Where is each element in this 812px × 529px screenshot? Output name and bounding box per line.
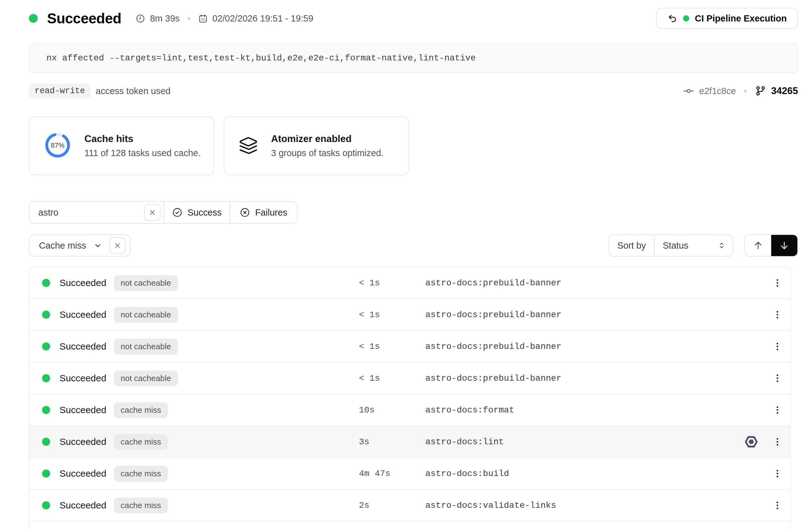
chevron-down-icon [93,241,102,250]
commit-sha[interactable]: e2f1c8ce [699,86,736,96]
sort-ascending-button[interactable] [745,235,771,256]
kebab-menu-button[interactable] [770,305,785,324]
check-circle-icon [172,207,183,218]
dot-separator [188,17,190,20]
cache-badge: cache miss [114,498,168,513]
commit-icon [683,85,694,97]
kebab-icon [773,469,782,478]
remove-filter-button[interactable] [110,237,126,254]
filter-success-button[interactable]: Success [164,202,229,223]
dot-separator [744,90,747,92]
task-name[interactable]: astro-docs:prebuild-banner [425,310,562,320]
task-duration: 4m 47s [359,469,390,479]
token-text: access token used [96,86,171,96]
eslint-icon [743,434,759,450]
kebab-icon [773,501,782,510]
task-row[interactable]: Succeeded cache miss 10s astro-docs:form… [30,394,790,426]
atomizer-card-subtitle: 3 groups of tasks optimized. [271,148,383,158]
token-scope-badge: read-write [29,84,91,98]
run-header: Succeeded 8m 39s 02/02/2026 19:51 - 19:5… [29,8,798,29]
task-status-dot [42,438,50,446]
task-row[interactable]: Succeeded cache miss 4m 47s astro-docs:b… [30,458,790,490]
task-list: Succeeded not cacheable < 1s astro-docs:… [29,267,791,529]
task-duration: < 1s [359,342,380,351]
kebab-icon [773,405,782,415]
token-row: read-write access token used e2f1c8ce 34… [29,84,798,99]
kebab-menu-button[interactable] [770,528,785,529]
task-status-dot [42,501,50,509]
chevrons-up-down-icon [717,241,726,250]
task-status-dot [42,342,50,351]
page-title: Succeeded [47,10,121,27]
chip-label: Cache miss [39,240,86,251]
kebab-menu-button[interactable] [770,369,785,387]
cache-card-text: Cache hits 111 of 128 tasks used cache. [84,133,201,158]
close-icon [149,209,156,216]
cache-hits-card[interactable]: 87% Cache hits 111 of 128 tasks used cac… [29,117,214,175]
kebab-icon [773,310,782,319]
kebab-icon [773,373,782,383]
kebab-menu-button[interactable] [770,464,785,483]
kebab-menu-button[interactable] [770,337,785,356]
pipeline-status-dot [683,15,689,21]
task-name[interactable]: astro-docs:lint [425,437,504,447]
task-row[interactable]: Succeeded cache miss 3s astro-docs:lint [30,426,790,458]
arrow-down-icon [779,240,789,251]
calendar-icon [198,14,208,24]
filter-failures-button[interactable]: Failures [230,202,297,223]
filter-group: Success Failures [29,201,298,224]
cache-card-title: Cache hits [84,133,201,145]
arrow-up-icon [753,240,764,251]
task-status: Succeeded [59,405,114,415]
task-name[interactable]: astro-docs:prebuild-banner [425,278,562,288]
task-status: Succeeded [59,278,114,288]
task-row[interactable]: Succeeded not cacheable < 1s astro-docs:… [30,331,790,363]
kebab-menu-button[interactable] [770,496,785,515]
cache-badge: not cacheable [114,275,178,291]
search-input[interactable] [38,207,144,218]
cache-badge: not cacheable [114,370,178,386]
task-name[interactable]: astro-docs:prebuild-banner [425,342,562,351]
summary-cards: 87% Cache hits 111 of 128 tasks used cac… [29,117,798,175]
pipeline-button-label: CI Pipeline Execution [695,13,787,24]
cache-badge: cache miss [114,466,168,482]
cache-card-subtitle: 111 of 128 tasks used cache. [84,148,201,158]
close-icon [114,242,121,249]
kebab-icon [773,278,782,288]
task-duration: 2s [359,501,369,510]
pipeline-execution-button[interactable]: CI Pipeline Execution [656,8,798,29]
task-name[interactable]: astro-docs:format [425,405,514,415]
task-duration: < 1s [359,310,380,320]
sort-field-select[interactable]: Status [655,235,733,256]
branch-number[interactable]: 34265 [771,85,798,97]
success-status-dot [29,14,38,23]
task-status: Succeeded [59,309,114,320]
kebab-menu-button[interactable] [770,432,785,451]
run-time-range: 02/02/2026 19:51 - 19:59 [213,13,314,24]
task-status: Succeeded [59,373,114,383]
sort-group: Sort by Status [609,234,733,257]
task-name[interactable]: astro-docs:prebuild-banner [425,373,562,383]
pipeline-run-page: Succeeded 8m 39s 02/02/2026 19:51 - 19:5… [0,0,812,529]
task-row[interactable]: Succeeded not cacheable < 1s astro-docs:… [30,267,790,299]
cache-miss-filter-chip[interactable]: Cache miss [29,234,131,257]
success-label: Success [188,207,222,218]
task-name[interactable]: astro-docs:build [425,469,509,479]
task-row[interactable]: Succeeded not cacheable < 1s astro-docs:… [30,363,790,394]
kebab-icon [773,342,782,351]
task-row[interactable]: Succeeded cache miss 2s astro-docs:valid… [30,490,790,521]
sort-descending-button[interactable] [771,235,797,256]
cache-badge: cache miss [114,434,168,450]
run-meta: 8m 39s 02/02/2026 19:51 - 19:59 [135,13,313,24]
task-row[interactable]: Succeeded 2s astro-docs:e2e-ci — E2E (#7… [30,521,790,529]
kebab-menu-button[interactable] [770,274,785,292]
layers-icon [239,136,258,156]
task-duration: 3s [359,437,369,447]
command-bar: nx affected --targets=lint,test,test-kt,… [29,43,798,73]
atomizer-card[interactable]: Atomizer enabled 3 groups of tasks optim… [224,117,409,175]
cache-badge: not cacheable [114,339,178,354]
kebab-menu-button[interactable] [770,401,785,419]
task-row[interactable]: Succeeded not cacheable < 1s astro-docs:… [30,299,790,331]
clear-search-button[interactable] [144,204,160,221]
task-name[interactable]: astro-docs:validate-links [425,501,556,510]
